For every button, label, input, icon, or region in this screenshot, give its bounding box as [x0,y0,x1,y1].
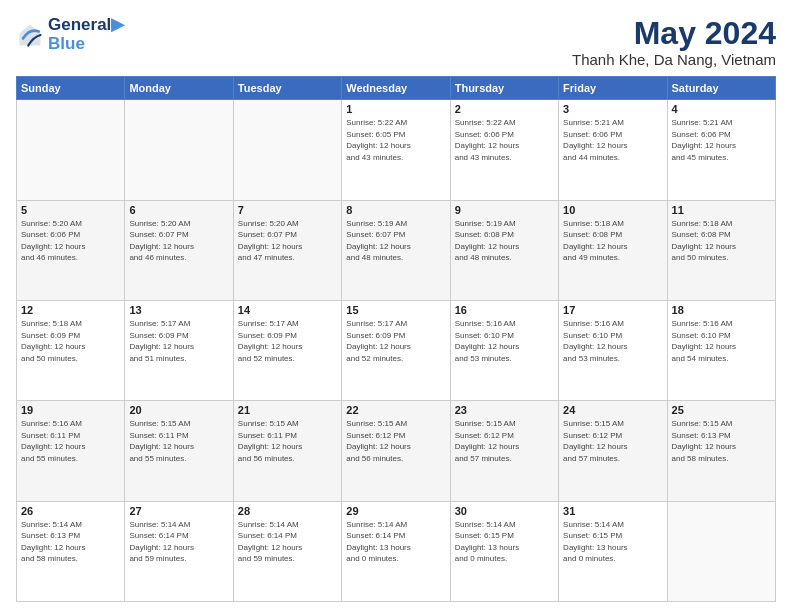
day-cell: 23Sunrise: 5:15 AM Sunset: 6:12 PM Dayli… [450,401,558,501]
day-info: Sunrise: 5:17 AM Sunset: 6:09 PM Dayligh… [346,318,445,364]
day-number: 25 [672,404,771,416]
day-info: Sunrise: 5:14 AM Sunset: 6:14 PM Dayligh… [129,519,228,565]
day-cell [233,100,341,200]
day-cell: 30Sunrise: 5:14 AM Sunset: 6:15 PM Dayli… [450,501,558,601]
day-number: 1 [346,103,445,115]
day-cell: 8Sunrise: 5:19 AM Sunset: 6:07 PM Daylig… [342,200,450,300]
day-info: Sunrise: 5:20 AM Sunset: 6:07 PM Dayligh… [238,218,337,264]
day-info: Sunrise: 5:20 AM Sunset: 6:07 PM Dayligh… [129,218,228,264]
day-number: 17 [563,304,662,316]
logo-icon [16,21,44,49]
day-cell: 14Sunrise: 5:17 AM Sunset: 6:09 PM Dayli… [233,300,341,400]
day-number: 19 [21,404,120,416]
day-header-friday: Friday [559,77,667,100]
day-cell: 1Sunrise: 5:22 AM Sunset: 6:05 PM Daylig… [342,100,450,200]
day-cell: 6Sunrise: 5:20 AM Sunset: 6:07 PM Daylig… [125,200,233,300]
day-number: 5 [21,204,120,216]
day-info: Sunrise: 5:15 AM Sunset: 6:11 PM Dayligh… [238,418,337,464]
day-number: 28 [238,505,337,517]
day-cell: 29Sunrise: 5:14 AM Sunset: 6:14 PM Dayli… [342,501,450,601]
day-info: Sunrise: 5:16 AM Sunset: 6:10 PM Dayligh… [455,318,554,364]
day-number: 24 [563,404,662,416]
day-cell: 16Sunrise: 5:16 AM Sunset: 6:10 PM Dayli… [450,300,558,400]
day-number: 20 [129,404,228,416]
day-number: 8 [346,204,445,216]
day-number: 23 [455,404,554,416]
day-cell: 26Sunrise: 5:14 AM Sunset: 6:13 PM Dayli… [17,501,125,601]
day-info: Sunrise: 5:16 AM Sunset: 6:10 PM Dayligh… [672,318,771,364]
week-row-5: 26Sunrise: 5:14 AM Sunset: 6:13 PM Dayli… [17,501,776,601]
day-cell: 3Sunrise: 5:21 AM Sunset: 6:06 PM Daylig… [559,100,667,200]
logo-text: General▶ Blue [48,16,124,53]
subtitle: Thanh Khe, Da Nang, Vietnam [572,51,776,68]
day-info: Sunrise: 5:18 AM Sunset: 6:08 PM Dayligh… [672,218,771,264]
day-info: Sunrise: 5:22 AM Sunset: 6:05 PM Dayligh… [346,117,445,163]
day-info: Sunrise: 5:14 AM Sunset: 6:15 PM Dayligh… [563,519,662,565]
day-info: Sunrise: 5:16 AM Sunset: 6:11 PM Dayligh… [21,418,120,464]
day-info: Sunrise: 5:21 AM Sunset: 6:06 PM Dayligh… [672,117,771,163]
day-cell: 2Sunrise: 5:22 AM Sunset: 6:06 PM Daylig… [450,100,558,200]
day-info: Sunrise: 5:15 AM Sunset: 6:12 PM Dayligh… [563,418,662,464]
day-cell: 10Sunrise: 5:18 AM Sunset: 6:08 PM Dayli… [559,200,667,300]
day-cell [667,501,775,601]
day-number: 18 [672,304,771,316]
day-cell: 31Sunrise: 5:14 AM Sunset: 6:15 PM Dayli… [559,501,667,601]
day-cell: 22Sunrise: 5:15 AM Sunset: 6:12 PM Dayli… [342,401,450,501]
logo: General▶ Blue [16,16,124,53]
day-info: Sunrise: 5:16 AM Sunset: 6:10 PM Dayligh… [563,318,662,364]
day-header-thursday: Thursday [450,77,558,100]
week-row-2: 5Sunrise: 5:20 AM Sunset: 6:06 PM Daylig… [17,200,776,300]
calendar-page: General▶ Blue May 2024 Thanh Khe, Da Nan… [0,0,792,612]
day-cell: 18Sunrise: 5:16 AM Sunset: 6:10 PM Dayli… [667,300,775,400]
day-number: 7 [238,204,337,216]
day-number: 11 [672,204,771,216]
day-number: 10 [563,204,662,216]
day-info: Sunrise: 5:19 AM Sunset: 6:07 PM Dayligh… [346,218,445,264]
day-number: 14 [238,304,337,316]
day-cell: 4Sunrise: 5:21 AM Sunset: 6:06 PM Daylig… [667,100,775,200]
day-cell: 5Sunrise: 5:20 AM Sunset: 6:06 PM Daylig… [17,200,125,300]
day-cell: 9Sunrise: 5:19 AM Sunset: 6:08 PM Daylig… [450,200,558,300]
day-number: 6 [129,204,228,216]
day-cell: 12Sunrise: 5:18 AM Sunset: 6:09 PM Dayli… [17,300,125,400]
day-cell [125,100,233,200]
day-info: Sunrise: 5:14 AM Sunset: 6:13 PM Dayligh… [21,519,120,565]
main-title: May 2024 [572,16,776,51]
day-cell: 11Sunrise: 5:18 AM Sunset: 6:08 PM Dayli… [667,200,775,300]
day-number: 12 [21,304,120,316]
day-cell: 28Sunrise: 5:14 AM Sunset: 6:14 PM Dayli… [233,501,341,601]
day-number: 9 [455,204,554,216]
day-cell [17,100,125,200]
day-info: Sunrise: 5:14 AM Sunset: 6:15 PM Dayligh… [455,519,554,565]
day-number: 3 [563,103,662,115]
day-number: 22 [346,404,445,416]
day-number: 31 [563,505,662,517]
day-header-tuesday: Tuesday [233,77,341,100]
day-info: Sunrise: 5:20 AM Sunset: 6:06 PM Dayligh… [21,218,120,264]
week-row-3: 12Sunrise: 5:18 AM Sunset: 6:09 PM Dayli… [17,300,776,400]
day-header-sunday: Sunday [17,77,125,100]
day-cell: 21Sunrise: 5:15 AM Sunset: 6:11 PM Dayli… [233,401,341,501]
day-info: Sunrise: 5:14 AM Sunset: 6:14 PM Dayligh… [346,519,445,565]
day-cell: 17Sunrise: 5:16 AM Sunset: 6:10 PM Dayli… [559,300,667,400]
day-cell: 20Sunrise: 5:15 AM Sunset: 6:11 PM Dayli… [125,401,233,501]
header-row: SundayMondayTuesdayWednesdayThursdayFrid… [17,77,776,100]
day-header-wednesday: Wednesday [342,77,450,100]
day-cell: 7Sunrise: 5:20 AM Sunset: 6:07 PM Daylig… [233,200,341,300]
day-number: 27 [129,505,228,517]
header: General▶ Blue May 2024 Thanh Khe, Da Nan… [16,16,776,68]
day-info: Sunrise: 5:15 AM Sunset: 6:13 PM Dayligh… [672,418,771,464]
day-number: 4 [672,103,771,115]
day-number: 30 [455,505,554,517]
day-info: Sunrise: 5:15 AM Sunset: 6:12 PM Dayligh… [455,418,554,464]
week-row-4: 19Sunrise: 5:16 AM Sunset: 6:11 PM Dayli… [17,401,776,501]
day-info: Sunrise: 5:17 AM Sunset: 6:09 PM Dayligh… [129,318,228,364]
day-cell: 15Sunrise: 5:17 AM Sunset: 6:09 PM Dayli… [342,300,450,400]
day-info: Sunrise: 5:17 AM Sunset: 6:09 PM Dayligh… [238,318,337,364]
calendar-table: SundayMondayTuesdayWednesdayThursdayFrid… [16,76,776,602]
day-info: Sunrise: 5:18 AM Sunset: 6:09 PM Dayligh… [21,318,120,364]
day-cell: 25Sunrise: 5:15 AM Sunset: 6:13 PM Dayli… [667,401,775,501]
day-number: 16 [455,304,554,316]
day-number: 29 [346,505,445,517]
day-number: 21 [238,404,337,416]
